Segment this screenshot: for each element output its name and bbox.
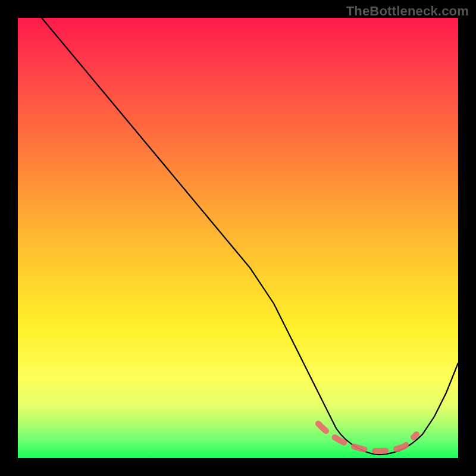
plot-area [18, 18, 458, 458]
bottleneck-curve [42, 18, 458, 455]
watermark-text: TheBottleneck.com [346, 4, 469, 19]
chart-frame: TheBottleneck.com [0, 0, 476, 476]
curve-svg [18, 18, 458, 458]
minimum-highlight [318, 424, 416, 451]
